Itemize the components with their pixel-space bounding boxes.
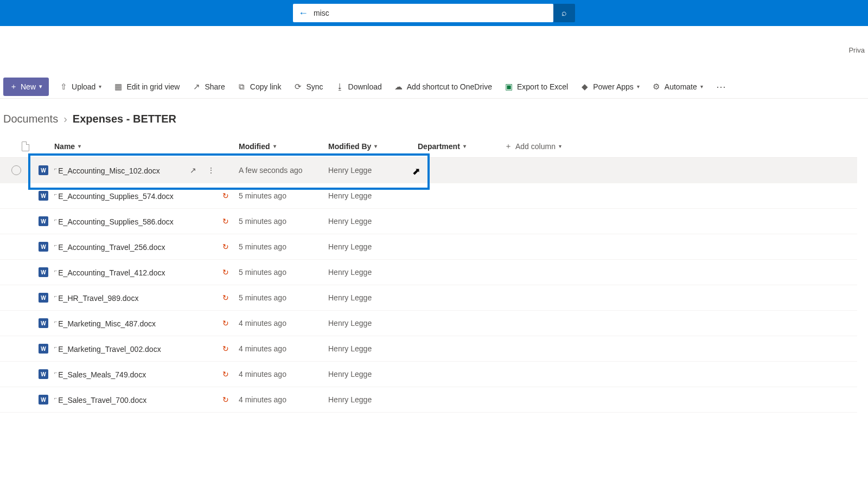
table-row[interactable]: W⌐E_Marketing_Travel_002.docx↻4 minutes … xyxy=(0,336,857,362)
add-shortcut-button[interactable]: ☁ Add shortcut to OneDrive xyxy=(392,82,494,92)
flow-status-icon: ↻ xyxy=(222,370,229,378)
upload-button[interactable]: ⇧ Upload ▾ xyxy=(56,82,104,92)
table-row[interactable]: W⌐E_Accounting_Travel_256.docx↻5 minutes… xyxy=(0,234,857,260)
word-file-icon: W xyxy=(39,395,48,404)
command-bar: ＋ New ▾ ⇧ Upload ▾ ▦ Edit in grid view ↗… xyxy=(0,75,868,99)
sync-icon: ⟳ xyxy=(293,82,303,92)
chevron-down-icon: ▾ xyxy=(374,143,377,149)
file-name[interactable]: ⌐E_Accounting_Supplies_586.docx xyxy=(54,217,174,226)
modified-text: 4 minutes ago xyxy=(239,395,286,404)
file-name[interactable]: ⌐E_HR_Travel_989.docx xyxy=(54,293,138,303)
search-button[interactable]: ⌕ xyxy=(553,4,575,22)
new-button[interactable]: ＋ New ▾ xyxy=(3,78,49,96)
flow-status-icon: ↻ xyxy=(222,217,229,226)
modified-by-text: Henry Legge xyxy=(328,395,372,404)
table-row[interactable]: W⌐E_Sales_Meals_749.docx↻4 minutes agoHe… xyxy=(0,362,857,387)
new-label: New xyxy=(21,82,36,91)
word-file-icon: W xyxy=(39,293,48,303)
flow-status-icon: ↻ xyxy=(222,242,229,251)
file-list: Name ▾ Modified ▾ Modified By ▾ Departme… xyxy=(0,135,857,413)
column-department-label: Department xyxy=(418,142,460,151)
more-commands-button[interactable]: ⋯ xyxy=(713,81,730,93)
table-row[interactable]: W⌐E_Accounting_Travel_412.docx↻5 minutes… xyxy=(0,260,857,285)
row-more-icon[interactable]: ⋮ xyxy=(207,166,215,175)
share-label: Share xyxy=(205,82,225,91)
search-input[interactable] xyxy=(314,9,548,17)
table-row[interactable]: W⌐E_HR_Travel_989.docx↻5 minutes agoHenr… xyxy=(0,285,857,311)
automate-icon: ⚙ xyxy=(652,82,661,92)
modified-text: 5 minutes ago xyxy=(239,217,286,226)
table-row[interactable]: W⌐E_Accounting_Supplies_586.docx↻5 minut… xyxy=(0,209,857,234)
power-apps-label: Power Apps xyxy=(593,82,634,91)
word-file-icon: W xyxy=(39,216,48,226)
list-header: Name ▾ Modified ▾ Modified By ▾ Departme… xyxy=(0,135,857,158)
chevron-down-icon: ▾ xyxy=(559,143,561,149)
file-name[interactable]: ⌐E_Accounting_Travel_412.docx xyxy=(54,268,165,277)
column-modified-by[interactable]: Modified By ▾ xyxy=(328,142,418,151)
modified-by-text: Henry Legge xyxy=(328,217,372,226)
file-name[interactable]: ⌐E_Marketing_Misc_487.docx xyxy=(54,319,156,328)
automate-button[interactable]: ⚙ Automate ▾ xyxy=(649,82,705,92)
word-file-icon: W xyxy=(39,165,48,175)
flow-status-icon: ↻ xyxy=(222,344,229,353)
edit-grid-button[interactable]: ▦ Edit in grid view xyxy=(111,82,182,92)
flow-status-icon: ↻ xyxy=(222,191,229,200)
export-excel-button[interactable]: ▣ Export to Excel xyxy=(502,82,570,92)
copy-link-button[interactable]: ⧉ Copy link xyxy=(235,82,284,92)
column-department[interactable]: Department ▾ xyxy=(418,142,505,151)
file-name[interactable]: ⌐E_Accounting_Travel_256.docx xyxy=(54,242,165,252)
shortcut-label: Add shortcut to OneDrive xyxy=(407,82,492,91)
table-row[interactable]: W⌐E_Sales_Travel_700.docx↻4 minutes agoH… xyxy=(0,387,857,413)
chevron-right-icon: › xyxy=(63,113,67,125)
file-name[interactable]: ⌐E_Marketing_Travel_002.docx xyxy=(54,344,161,354)
chevron-down-icon: ▾ xyxy=(637,84,640,89)
breadcrumb-root[interactable]: Documents xyxy=(3,113,58,125)
download-label: Download xyxy=(348,82,382,91)
suite-header: ← ⌕ xyxy=(0,0,868,26)
word-file-icon: W xyxy=(39,344,48,354)
row-select-circle[interactable] xyxy=(11,165,21,175)
plus-icon: ＋ xyxy=(10,82,17,92)
column-modified[interactable]: Modified ▾ xyxy=(239,142,328,151)
column-modified-label: Modified xyxy=(239,142,270,151)
table-row[interactable]: W⌐E_Accounting_Supplies_574.docx↻5 minut… xyxy=(0,183,857,209)
power-apps-button[interactable]: ◆ Power Apps ▾ xyxy=(578,82,642,92)
column-name[interactable]: Name ▾ xyxy=(54,142,239,151)
chevron-down-icon: ▾ xyxy=(463,143,466,149)
share-button[interactable]: ↗ Share xyxy=(189,82,227,92)
breadcrumb-current: Expenses - BETTER xyxy=(73,113,176,125)
file-name[interactable]: ⌐E_Sales_Meals_749.docx xyxy=(54,370,146,379)
flow-status-icon: ↻ xyxy=(222,319,229,328)
site-header: Priva xyxy=(0,26,868,75)
search-back-icon[interactable]: ← xyxy=(298,8,308,19)
file-name[interactable]: ⌐E_Sales_Travel_700.docx xyxy=(54,395,146,404)
flow-status-icon: ↻ xyxy=(222,395,229,404)
add-column-button[interactable]: ＋ Add column ▾ xyxy=(505,142,591,151)
search-icon: ⌕ xyxy=(561,8,567,18)
file-type-icon xyxy=(22,142,29,151)
modified-by-text: Henry Legge xyxy=(328,293,372,302)
modified-text: 5 minutes ago xyxy=(239,293,286,302)
search-container: ← ⌕ xyxy=(293,4,575,22)
modified-text: A few seconds ago xyxy=(239,166,303,175)
file-name[interactable]: ⌐E_Accounting_Supplies_574.docx xyxy=(54,191,174,201)
table-row[interactable]: W⌐E_Marketing_Misc_487.docx↻4 minutes ag… xyxy=(0,311,857,336)
flow-status-icon: ↻ xyxy=(222,268,229,277)
flow-status-icon: ↻ xyxy=(222,293,229,302)
sync-button[interactable]: ⟳ Sync xyxy=(291,82,325,92)
share-icon: ↗ xyxy=(192,82,201,92)
upload-label: Upload xyxy=(72,82,95,91)
privacy-label: Priva xyxy=(848,46,865,54)
add-column-label: Add column xyxy=(515,142,556,151)
download-icon: ⭳ xyxy=(335,82,345,91)
table-row[interactable]: W⌐E_Accounting_Misc_102.docxA few second… xyxy=(0,158,857,183)
automate-label: Automate xyxy=(665,82,697,91)
modified-by-text: Henry Legge xyxy=(328,166,372,175)
row-share-icon[interactable]: ↗ xyxy=(190,166,196,175)
download-button[interactable]: ⭳ Download xyxy=(333,82,384,91)
chevron-down-icon: ▾ xyxy=(700,84,703,89)
search-box[interactable]: ← xyxy=(293,4,553,22)
modified-by-text: Henry Legge xyxy=(328,370,372,378)
file-name[interactable]: ⌐E_Accounting_Misc_102.docx xyxy=(54,166,160,175)
grid-icon: ▦ xyxy=(113,82,123,92)
